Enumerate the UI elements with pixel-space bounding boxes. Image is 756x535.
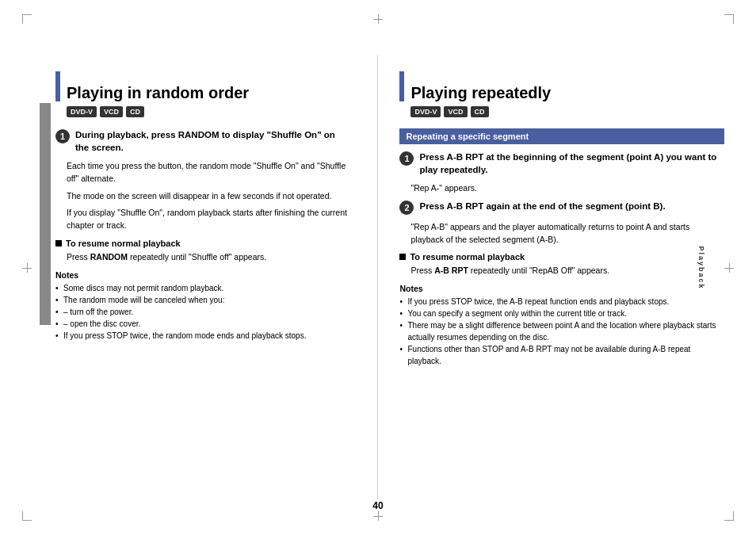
- left-badges: DVD-V VCD CD: [67, 106, 349, 117]
- right-badge-cd: CD: [471, 106, 489, 117]
- right-column: Playing repeatedly DVD-V VCD CD Repeatin…: [391, 24, 724, 511]
- left-body1: Each time you press the button, the rand…: [67, 160, 349, 185]
- left-note-0: Some discs may not permit random playbac…: [55, 282, 349, 294]
- left-badge-dvdv: DVD-V: [67, 106, 97, 117]
- left-note-4: If you press STOP twice, the random mode…: [55, 330, 349, 342]
- right-notes-heading: Notes: [399, 284, 724, 293]
- right-step2-text: Press A-B RPT again at the end of the se…: [419, 200, 724, 212]
- left-body2: The mode on the screen will disappear in…: [67, 190, 349, 203]
- left-title-container: Playing in random order: [55, 71, 349, 101]
- columns-layout: Playing in random order DVD-V VCD CD 1 D…: [32, 24, 724, 511]
- left-black-square: [55, 240, 62, 246]
- right-sub-body: Press A-B RPT repeatedly until "RepAB Of…: [410, 265, 724, 277]
- left-blue-bar: [55, 71, 60, 101]
- left-note-3: – open the disc cover.: [55, 318, 349, 330]
- left-note-1: The random mode will be canceled when yo…: [55, 294, 349, 306]
- right-note-0: If you press STOP twice, the A-B repeat …: [399, 296, 724, 308]
- left-step1-text: During playback, press RANDOM to display…: [75, 128, 349, 154]
- left-note-2: – turn off the power.: [55, 306, 349, 318]
- vertical-divider: [377, 55, 378, 499]
- left-badge-cd: CD: [126, 106, 144, 117]
- column-divider: [365, 24, 392, 511]
- left-section-title: Playing in random order: [67, 84, 249, 101]
- right-rep-a-text: "Rep A-" appears.: [410, 182, 724, 195]
- left-body3: If you display "Shuffle On", random play…: [67, 207, 349, 232]
- left-sub-heading: To resume normal playback: [55, 239, 349, 248]
- right-step1-circle: 1: [399, 151, 414, 166]
- left-notes-heading: Notes: [55, 270, 349, 280]
- right-badge-dvdv: DVD-V: [410, 106, 441, 117]
- right-section-title: Playing repeatedly: [410, 84, 551, 101]
- left-sub-body: Press RANDOM repeatedly until "Shuffle o…: [67, 251, 349, 264]
- right-step1-text: Press A-B RPT at the beginning of the se…: [419, 151, 724, 176]
- right-rep-ab-text: "Rep A-B" appears and the player automat…: [410, 221, 724, 246]
- right-note-2: There may be a slight difference between…: [399, 319, 724, 343]
- right-note-1: You can specify a segment only within th…: [399, 308, 724, 319]
- left-step1-circle: 1: [55, 129, 70, 143]
- page-container: Playing in random order DVD-V VCD CD 1 D…: [0, 0, 756, 535]
- right-step2-circle: 2: [399, 201, 414, 215]
- right-sub-heading-text: To resume normal playback: [410, 252, 525, 262]
- left-step1: 1 During playback, press RANDOM to displ…: [55, 128, 349, 154]
- right-title-container: Playing repeatedly: [399, 71, 724, 101]
- right-note-3: Functions other than STOP and A-B RPT ma…: [399, 343, 724, 367]
- left-notes-list: Some discs may not permit random playbac…: [55, 282, 349, 342]
- left-sub-heading-text: To resume normal playback: [66, 239, 181, 248]
- right-notes-list: If you press STOP twice, the A-B repeat …: [399, 296, 724, 367]
- right-step2: 2 Press A-B RPT again at the end of the …: [399, 200, 724, 215]
- right-step1: 1 Press A-B RPT at the beginning of the …: [399, 151, 724, 176]
- highlight-box: Repeating a specific segment: [399, 128, 724, 144]
- right-sub-heading: To resume normal playback: [399, 252, 724, 262]
- right-blue-bar: [399, 71, 404, 101]
- right-badges: DVD-V VCD CD: [410, 106, 724, 117]
- left-column: Playing in random order DVD-V VCD CD 1 D…: [32, 24, 365, 511]
- left-badge-vcd: VCD: [100, 106, 123, 117]
- right-black-square: [399, 254, 406, 260]
- right-badge-vcd: VCD: [444, 106, 467, 117]
